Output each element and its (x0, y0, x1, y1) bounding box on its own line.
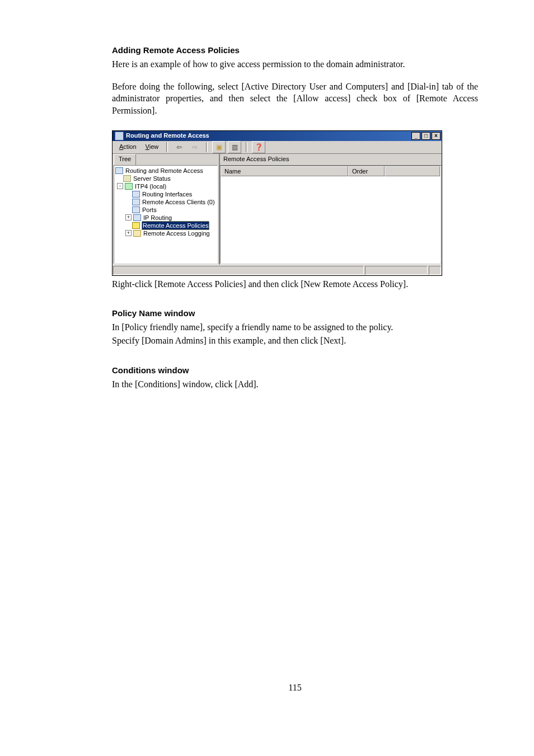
separator-icon (206, 142, 208, 152)
separator-icon (166, 142, 168, 152)
column-name[interactable]: Name (221, 166, 348, 176)
clients-icon (132, 199, 140, 205)
tree-view[interactable]: Routing and Remote Access Server Status … (114, 165, 218, 264)
para-policy-name-1: In [Policy friendly name], specify a fri… (112, 321, 478, 334)
tree-label: Ports (142, 206, 157, 214)
page-number: 115 (112, 682, 478, 694)
heading-policy-name: Policy Name window (112, 308, 478, 319)
tree-remote-access-policies[interactable]: Remote Access Policies (115, 222, 216, 229)
maximize-button[interactable]: □ (421, 132, 430, 140)
column-spacer (385, 166, 440, 176)
menubar: Action View ⇦ ⇨ ▣ ▥ ❓ (113, 141, 442, 154)
tab-strip: Tree (113, 154, 219, 165)
tree-label: Server Status (133, 175, 171, 182)
app-icon (115, 132, 124, 140)
client-area: Tree Routing and Remote Access Server St… (113, 154, 442, 265)
window-title: Routing and Remote Access (126, 132, 411, 140)
close-button[interactable]: × (432, 132, 441, 140)
right-pane-title: Remote Access Policies (220, 154, 442, 166)
heading-adding-policies: Adding Remote Access Policies (112, 45, 478, 56)
tree-server-status[interactable]: Server Status (115, 175, 216, 182)
folder-icon (133, 230, 141, 237)
window-buttons: _ □ × (411, 132, 441, 140)
resize-grip[interactable] (429, 266, 441, 275)
status-cell (113, 266, 364, 275)
back-button[interactable]: ⇦ (172, 141, 186, 153)
tree-label: Remote Access Clients (0) (142, 198, 216, 206)
tree-remote-access-logging[interactable]: + Remote Access Logging (115, 229, 216, 237)
menu-action[interactable]: Action (116, 142, 140, 152)
console-icon (115, 167, 123, 174)
expand-icon[interactable]: + (125, 214, 132, 220)
expand-icon[interactable]: + (125, 230, 132, 236)
screenshot-window: Routing and Remote Access _ □ × Action V… (112, 130, 442, 276)
tree-local[interactable]: - ITP4 (local) (115, 182, 216, 190)
routing-icon (133, 214, 141, 221)
policy-icon (132, 222, 140, 229)
caption-1: Right-click [Remote Access Policies] and… (112, 278, 478, 290)
collapse-icon[interactable]: - (117, 183, 123, 189)
ports-icon (132, 206, 140, 213)
tree-label: Remote Access Logging (143, 229, 210, 237)
left-pane: Tree Routing and Remote Access Server St… (113, 154, 220, 265)
list-view[interactable]: Name Order (220, 166, 441, 264)
statusbar (113, 265, 442, 275)
para-intro: Here is an example of how to give access… (112, 58, 478, 71)
status-cell (365, 266, 428, 275)
tree-root[interactable]: Routing and Remote Access (115, 167, 216, 175)
tree-label: IP Routing (143, 214, 172, 222)
tree-routing-interfaces[interactable]: Routing Interfaces (115, 190, 216, 198)
column-order[interactable]: Order (348, 166, 385, 176)
tree-label: Remote Access Policies (142, 221, 209, 230)
tree-remote-access-clients[interactable]: Remote Access Clients (0) (115, 198, 216, 206)
tree-label: ITP4 (local) (134, 182, 167, 190)
right-pane: Remote Access Policies Name Order (220, 154, 442, 265)
list-header: Name Order (221, 166, 440, 176)
separator-icon (246, 142, 247, 152)
titlebar[interactable]: Routing and Remote Access _ □ × (113, 131, 442, 141)
tab-tree[interactable]: Tree (114, 154, 136, 165)
tree-label: Routing and Remote Access (125, 167, 204, 175)
server-icon (123, 175, 131, 182)
para-conditions: In the [Conditions] window, click [Add]. (112, 378, 478, 391)
para-preconditions: Before doing the following, select [Acti… (112, 81, 478, 117)
up-button[interactable]: ▣ (212, 141, 226, 153)
help-button[interactable]: ❓ (252, 141, 265, 153)
menu-view[interactable]: View (142, 142, 162, 152)
para-policy-name-2: Specify [Domain Admins] in this example,… (112, 335, 478, 347)
forward-button[interactable]: ⇨ (188, 141, 202, 153)
interfaces-icon (132, 191, 140, 198)
heading-conditions: Conditions window (112, 365, 478, 376)
properties-button[interactable]: ▥ (228, 141, 241, 153)
page: Adding Remote Access Policies Here is an… (0, 0, 534, 716)
tree-ip-routing[interactable]: + IP Routing (115, 214, 216, 222)
tree-label: Routing Interfaces (142, 190, 193, 198)
server-icon (125, 183, 133, 190)
minimize-button[interactable]: _ (411, 132, 420, 140)
tree-ports[interactable]: Ports (115, 206, 216, 214)
